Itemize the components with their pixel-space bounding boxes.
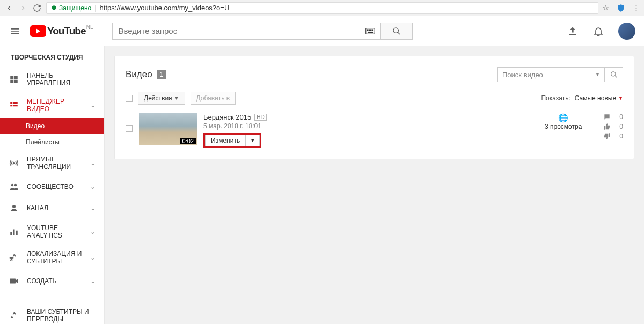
search-form bbox=[112, 23, 413, 40]
svg-rect-3 bbox=[370, 30, 371, 31]
sidebar-item-dashboard[interactable]: ПАНЕЛЬ УПРАВЛЕНИЯ bbox=[0, 67, 104, 92]
country-code: NL bbox=[86, 24, 93, 30]
menu-icon[interactable]: ⋮ bbox=[633, 4, 640, 12]
like-count: 0 bbox=[619, 123, 623, 130]
notifications-icon[interactable] bbox=[592, 25, 604, 37]
star-icon[interactable]: ☆ bbox=[603, 4, 609, 12]
address-bar[interactable]: Защищено | https://www.youtube.com/my_vi… bbox=[46, 2, 598, 14]
edit-button[interactable]: Изменить ▼ bbox=[203, 133, 261, 148]
video-search-input[interactable]: Поиск видео▼ bbox=[497, 67, 605, 82]
video-duration: 0:02 bbox=[180, 138, 196, 144]
sidebar-item-live[interactable]: ПРЯМЫЕ ТРАНСЛЯЦИИ ⌄ bbox=[0, 150, 104, 176]
sidebar-item-localization[interactable]: ЛОКАЛИЗАЦИЯ И СУБТИТРЫ ⌄ bbox=[0, 245, 104, 270]
svg-rect-9 bbox=[10, 80, 13, 83]
dashboard-icon bbox=[9, 74, 19, 85]
create-icon bbox=[9, 276, 19, 286]
translate-icon bbox=[9, 252, 19, 263]
upload-icon[interactable] bbox=[567, 25, 579, 37]
video-search-button[interactable] bbox=[605, 67, 623, 82]
search-input[interactable] bbox=[112, 23, 360, 40]
logo-text: YouTube bbox=[47, 25, 85, 37]
chevron-down-icon: ⌄ bbox=[90, 228, 96, 235]
video-date: 5 мар. 2018 г. 18:01 bbox=[203, 122, 538, 130]
globe-icon: 🌐 bbox=[545, 113, 582, 123]
sidebar-label: YOUTUBE ANALYTICS bbox=[27, 224, 83, 239]
video-thumbnail[interactable]: 0:02 bbox=[139, 113, 197, 145]
svg-rect-1 bbox=[367, 30, 368, 31]
comment-icon bbox=[603, 113, 612, 121]
browser-toolbar: Защищено | https://www.youtube.com/my_vi… bbox=[0, 0, 644, 16]
svg-rect-19 bbox=[10, 232, 12, 235]
chevron-down-icon: ⌄ bbox=[90, 204, 96, 212]
svg-rect-8 bbox=[14, 76, 18, 79]
reload-button[interactable] bbox=[32, 3, 42, 13]
chevron-down-icon: ⌄ bbox=[90, 101, 96, 109]
edit-dropdown-icon[interactable]: ▼ bbox=[246, 136, 259, 145]
sidebar-item-channel[interactable]: КАНАЛ ⌄ bbox=[0, 197, 104, 219]
svg-rect-14 bbox=[13, 105, 18, 106]
menu-toggle[interactable] bbox=[9, 25, 21, 38]
svg-rect-4 bbox=[372, 30, 373, 31]
actions-button[interactable]: Действия▼ bbox=[138, 92, 185, 105]
svg-rect-5 bbox=[368, 32, 373, 33]
sidebar: ТВОРЧЕСКАЯ СТУДИЯ ПАНЕЛЬ УПРАВЛЕНИЯ МЕНЕ… bbox=[0, 46, 105, 324]
sidebar-label: СООБЩЕСТВО bbox=[27, 183, 83, 190]
select-all-checkbox[interactable] bbox=[126, 95, 133, 102]
svg-point-23 bbox=[611, 72, 615, 76]
page-title: Видео bbox=[126, 69, 152, 80]
play-icon bbox=[30, 25, 46, 37]
sidebar-label: СОЗДАТЬ bbox=[27, 277, 83, 285]
community-icon bbox=[9, 181, 19, 192]
sidebar-item-create[interactable]: СОЗДАТЬ ⌄ bbox=[0, 270, 104, 292]
sidebar-sub-playlists[interactable]: Плейлисты bbox=[0, 134, 104, 150]
svg-rect-13 bbox=[10, 105, 12, 106]
sidebar-item-community[interactable]: СООБЩЕСТВО ⌄ bbox=[0, 176, 104, 197]
svg-rect-21 bbox=[16, 231, 18, 235]
chevron-down-icon: ⌄ bbox=[90, 254, 96, 261]
back-button[interactable] bbox=[4, 3, 14, 13]
subtitles-icon bbox=[9, 310, 19, 321]
video-count-badge: 1 bbox=[157, 70, 167, 79]
sidebar-item-analytics[interactable]: YOUTUBE ANALYTICS ⌄ bbox=[0, 219, 104, 245]
url-text: https://www.youtube.com/my_videos?o=U bbox=[100, 4, 230, 12]
svg-point-17 bbox=[14, 184, 17, 187]
youtube-header: YouTube NL bbox=[0, 16, 644, 46]
sidebar-item-video-manager[interactable]: МЕНЕДЖЕР ВИДЕО ⌄ bbox=[0, 92, 104, 118]
svg-rect-2 bbox=[369, 30, 370, 31]
sidebar-label: МЕНЕДЖЕР ВИДЕО bbox=[27, 98, 83, 113]
dislike-icon bbox=[603, 132, 612, 140]
video-title[interactable]: Бердянск 2015 bbox=[203, 113, 251, 121]
sidebar-sub-videos[interactable]: Видео bbox=[0, 118, 104, 134]
analytics-icon bbox=[9, 226, 19, 237]
sidebar-item-contributions[interactable]: ВАШИ СУБТИТРЫ И ПЕРЕВОДЫ bbox=[0, 303, 104, 324]
sidebar-label: КАНАЛ bbox=[27, 204, 83, 212]
youtube-logo[interactable]: YouTube NL bbox=[30, 25, 85, 37]
like-icon bbox=[603, 123, 612, 130]
keyboard-icon[interactable] bbox=[360, 23, 380, 40]
svg-rect-12 bbox=[13, 102, 18, 104]
video-checkbox[interactable] bbox=[126, 125, 133, 132]
secure-indicator: Защищено bbox=[51, 4, 91, 12]
svg-rect-7 bbox=[10, 76, 13, 79]
show-label: Показать: bbox=[541, 94, 570, 102]
addto-button: Добавить в bbox=[191, 92, 236, 105]
dislike-count: 0 bbox=[619, 132, 623, 140]
search-button[interactable] bbox=[380, 23, 413, 40]
sidebar-label: ПРЯМЫЕ ТРАНСЛЯЦИИ bbox=[27, 156, 83, 171]
main-content: Видео 1 Поиск видео▼ Действия▼ Добавить … bbox=[105, 46, 644, 324]
sidebar-label: ВАШИ СУБТИТРЫ И ПЕРЕВОДЫ bbox=[27, 308, 96, 323]
svg-point-15 bbox=[13, 163, 15, 164]
view-count: 3 просмотра bbox=[545, 123, 582, 130]
svg-rect-0 bbox=[366, 28, 375, 34]
studio-title: ТВОРЧЕСКАЯ СТУДИЯ bbox=[0, 46, 104, 67]
forward-button bbox=[18, 3, 28, 13]
hd-badge: HD bbox=[254, 114, 266, 121]
chevron-down-icon: ⌄ bbox=[90, 159, 96, 167]
chevron-down-icon: ⌄ bbox=[90, 183, 96, 190]
user-avatar[interactable] bbox=[618, 23, 635, 40]
svg-point-18 bbox=[12, 205, 16, 208]
svg-rect-20 bbox=[13, 230, 15, 235]
sidebar-label: ПАНЕЛЬ УПРАВЛЕНИЯ bbox=[27, 72, 96, 87]
shield-icon[interactable] bbox=[617, 4, 625, 12]
sort-dropdown[interactable]: Самые новые▼ bbox=[575, 94, 623, 102]
